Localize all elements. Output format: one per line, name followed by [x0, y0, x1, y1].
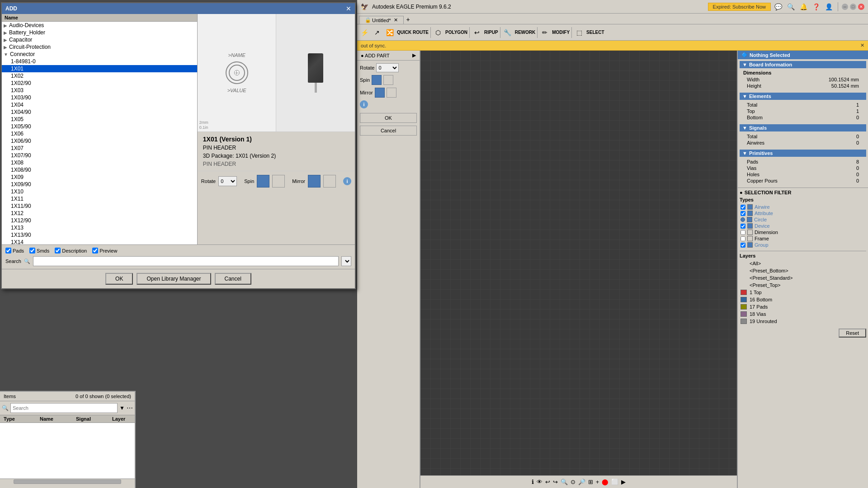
dialog-close-button[interactable]: ✕ — [346, 5, 351, 12]
ap-info-icon[interactable]: i — [360, 100, 368, 108]
list-item[interactable]: 1X09 — [2, 174, 197, 181]
list-item[interactable]: 1X11/90 — [2, 202, 197, 210]
list-item[interactable]: ▶Circuit-Protection — [2, 43, 197, 51]
layer-item[interactable]: <Preset_Standard> — [740, 274, 866, 282]
info-status-icon[interactable]: ℹ — [532, 479, 534, 485]
filter-type-item[interactable]: Circle — [740, 216, 866, 223]
route-2-icon[interactable]: ↗ — [372, 27, 382, 38]
mirror-button[interactable] — [308, 175, 321, 188]
list-item[interactable]: 1X04/90 — [2, 108, 197, 116]
undo-icon[interactable]: ↩ — [545, 479, 550, 485]
list-item[interactable]: 1X05/90 — [2, 123, 197, 130]
pads-checkbox[interactable] — [5, 248, 11, 253]
list-item[interactable]: 1X12/90 — [2, 217, 197, 224]
list-item[interactable]: 1-84981-0 — [2, 58, 197, 65]
list-item[interactable]: 1X08 — [2, 159, 197, 166]
list-item[interactable]: 1X13/90 — [2, 231, 197, 239]
ap-spin-btn2[interactable] — [383, 75, 393, 85]
zoom-fit-icon[interactable]: ⊙ — [571, 479, 576, 485]
filter-checkbox[interactable] — [741, 205, 745, 210]
tab-close-icon[interactable]: ✕ — [394, 17, 398, 23]
play-icon[interactable]: ▶ — [621, 479, 626, 485]
list-item[interactable]: ▶Battery_Holder — [2, 29, 197, 36]
filter-type-item[interactable]: Airwire — [740, 204, 866, 210]
smds-checkbox[interactable] — [29, 248, 35, 253]
spin-alt-button[interactable] — [272, 175, 285, 188]
minimize-button[interactable]: ─ — [842, 4, 848, 10]
reset-button[interactable]: Reset — [839, 328, 866, 338]
add-tab-button[interactable]: + — [404, 15, 413, 24]
description-checkbox-label[interactable]: Description — [55, 248, 87, 253]
signals-header[interactable]: ▼ Signals — [740, 124, 866, 131]
list-item[interactable]: 1X04 — [2, 101, 197, 108]
rotate-select[interactable]: 090180270 — [218, 176, 237, 186]
list-item[interactable]: ▶Audio-Devices — [2, 22, 197, 29]
list-item[interactable]: 1X08/90 — [2, 166, 197, 174]
layer-item[interactable]: 19 Unrouted — [740, 318, 866, 325]
smds-checkbox-label[interactable]: Smds — [29, 248, 49, 253]
polygon-label[interactable]: POLYGON — [445, 30, 467, 35]
spin-button[interactable] — [257, 175, 269, 188]
info-icon[interactable]: i — [343, 177, 351, 185]
filter-type-item[interactable]: Device — [740, 223, 866, 229]
filter-type-item[interactable]: Group — [740, 242, 866, 248]
board-info-header[interactable]: ▼ Board Information — [740, 61, 866, 68]
select-icon[interactable]: ⬚ — [574, 27, 585, 38]
ripup-label[interactable]: RIPUP — [484, 30, 498, 35]
help-icon[interactable]: ❓ — [811, 1, 821, 12]
filter-type-item[interactable]: Dimension — [740, 229, 866, 235]
dialog-titlebar[interactable]: ADD ✕ — [2, 3, 355, 14]
preview-checkbox[interactable] — [92, 248, 98, 253]
quick-route-label[interactable]: QUICK ROUTE — [397, 30, 429, 35]
elements-header[interactable]: ▼ Elements — [740, 93, 866, 100]
primitives-header[interactable]: ▼ Primitives — [740, 150, 866, 157]
list-item[interactable]: 1X03 — [2, 87, 197, 94]
rework-label[interactable]: REWORK — [515, 30, 536, 35]
ok-button[interactable]: OK — [105, 273, 133, 285]
notification-icon[interactable]: 🔔 — [798, 1, 809, 12]
list-item[interactable]: 1X06 — [2, 130, 197, 137]
layers-icon[interactable]: ⬜ — [611, 479, 618, 485]
expired-banner[interactable]: Expired: Subscribe Now — [708, 3, 771, 11]
list-item[interactable]: 1X11 — [2, 195, 197, 202]
preview-checkbox-label[interactable]: Preview — [92, 248, 117, 253]
quick-route-icon[interactable]: ⚡ — [359, 27, 370, 38]
items-dropdown-icon[interactable]: ▼ — [119, 405, 125, 411]
ap-ok-button[interactable]: OK — [360, 113, 417, 123]
layer-item[interactable]: 17 Pads — [740, 303, 866, 310]
filter-checkbox[interactable] — [741, 230, 745, 235]
list-item[interactable]: 1X10 — [2, 188, 197, 195]
message-icon[interactable]: 💬 — [773, 1, 783, 12]
list-item[interactable]: 1X06/90 — [2, 137, 197, 145]
stop-icon[interactable]: ⬤ — [602, 479, 609, 485]
add-part-expand[interactable]: ▶ — [412, 52, 416, 58]
list-item[interactable]: 1X12 — [2, 210, 197, 217]
list-item[interactable]: 1X01 — [2, 65, 197, 72]
redo-icon[interactable]: ↪ — [553, 479, 558, 485]
select-label[interactable]: SELECT — [586, 30, 604, 35]
account-icon[interactable]: 👤 — [823, 1, 834, 12]
items-scrollbar[interactable] — [0, 479, 135, 484]
layer-item[interactable]: 16 Bottom — [740, 296, 866, 303]
ap-spin-btn1[interactable] — [372, 75, 382, 85]
layer-item[interactable]: <Preset_Top> — [740, 282, 866, 289]
rework-icon[interactable]: 🔧 — [502, 27, 513, 38]
search-input[interactable] — [33, 256, 339, 266]
zoom-out-icon[interactable]: 🔍 — [561, 479, 568, 485]
layer-item[interactable]: <All> — [740, 260, 866, 267]
route-3-icon[interactable]: 🔀 — [384, 27, 395, 38]
search-dropdown[interactable] — [341, 256, 351, 266]
list-item[interactable]: 1X05 — [2, 116, 197, 123]
document-tab[interactable]: 🔒 Untitled* ✕ — [359, 16, 404, 24]
list-item[interactable]: 1X13 — [2, 224, 197, 231]
search-toolbar-icon[interactable]: 🔍 — [785, 1, 796, 12]
cancel-button[interactable]: Cancel — [215, 273, 251, 285]
ap-mirror-btn1[interactable] — [375, 88, 385, 98]
ripup-icon[interactable]: ↩ — [472, 27, 482, 38]
list-item[interactable]: 1X07/90 — [2, 152, 197, 159]
filter-type-item[interactable]: Attribute — [740, 210, 866, 216]
list-item[interactable]: 1X09/90 — [2, 181, 197, 188]
grid-icon[interactable]: ⊞ — [588, 479, 593, 485]
crosshair-icon[interactable]: + — [596, 479, 599, 485]
polygon-icon[interactable]: ⬡ — [433, 27, 443, 38]
